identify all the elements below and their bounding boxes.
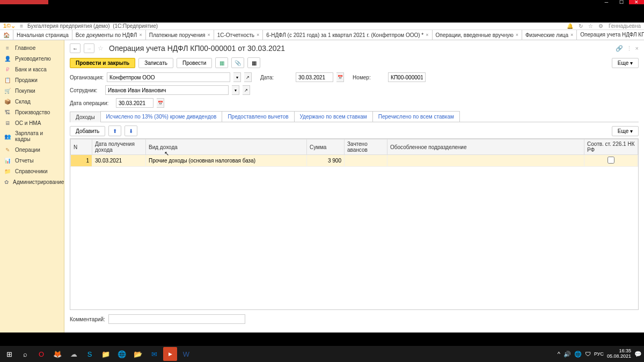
sidebar-item-catalogs[interactable]: 📁Справочники (0, 166, 64, 176)
post-and-close-button[interactable]: Провести и закрыть (70, 58, 135, 68)
table-more-button[interactable]: Еще ▾ (612, 126, 639, 136)
home-tab-icon[interactable]: 🏠 (0, 30, 13, 40)
volume-icon[interactable]: 🔊 (564, 351, 571, 358)
menu-icon[interactable]: ≡ (20, 23, 23, 29)
registers-icon[interactable]: ▦ (247, 57, 260, 68)
tab-payments[interactable]: Платежные поручения× (146, 30, 214, 40)
move-up-icon[interactable]: ⬆ (108, 125, 121, 136)
network-icon[interactable]: 🌐 (574, 351, 582, 358)
subtab-withheld[interactable]: Удержано по всем ставкам (294, 111, 373, 122)
cell-advance[interactable] (345, 155, 387, 167)
history-icon[interactable]: ↻ (579, 23, 583, 29)
dropdown-icon[interactable]: ▾ (233, 72, 241, 82)
subtab-transferred[interactable]: Перечислено по всем ставкам (372, 111, 460, 122)
employee-input[interactable] (105, 85, 229, 95)
comment-input[interactable] (108, 314, 245, 324)
favorite-icon[interactable]: ☆ (98, 45, 104, 52)
opdate-input[interactable] (116, 98, 153, 108)
calendar-icon[interactable]: 📅 (336, 72, 344, 82)
tab-persons[interactable]: Физические лица× (522, 30, 577, 40)
tab-ndfl-docs[interactable]: Все документы по НДФЛ× (72, 30, 146, 40)
number-input[interactable] (388, 72, 426, 82)
move-down-icon[interactable]: ⬇ (125, 125, 137, 136)
word-icon[interactable]: W (179, 347, 193, 361)
close-button[interactable]: ✕ (629, 0, 644, 4)
cell-division[interactable] (387, 155, 584, 167)
col-n[interactable]: N (71, 139, 92, 155)
tab-6ndfl[interactable]: 6-НДФЛ (с 2021 года) за 1 квартал 2021 г… (263, 30, 432, 40)
calendar-icon[interactable]: 📅 (157, 98, 164, 108)
col-advance[interactable]: Зачтено авансов (345, 139, 387, 155)
cell-date[interactable]: 30.03.2021 (92, 155, 146, 167)
notifications-icon[interactable]: 💬 (634, 351, 642, 358)
close-icon[interactable]: × (635, 45, 639, 52)
dropdown-icon[interactable]: ▾ (232, 85, 239, 95)
browser-tab[interactable] (0, 0, 48, 4)
cell-art226[interactable] (584, 155, 638, 167)
date-input[interactable] (296, 72, 333, 82)
cell-sum[interactable]: 3 900 (307, 155, 345, 167)
close-icon[interactable]: × (426, 32, 428, 38)
more-button[interactable]: Еще ▾ (612, 58, 639, 68)
sidebar-item-sales[interactable]: 📋Продажи (0, 75, 64, 85)
sidebar-item-production[interactable]: 🏗Производство (0, 107, 64, 117)
close-icon[interactable]: × (139, 32, 142, 38)
sidebar-item-purchases[interactable]: 🛒Покупки (0, 85, 64, 96)
open-icon[interactable]: ↗ (244, 72, 252, 82)
col-division[interactable]: Обособленное подразделение (387, 139, 584, 155)
table-row[interactable]: 1 30.03.2021 Прочие доходы (основная нал… (71, 155, 638, 167)
lang-indicator[interactable]: РУС (594, 351, 604, 357)
tab-home[interactable]: Начальная страница (13, 30, 72, 40)
col-type[interactable]: Вид дохода (146, 139, 307, 155)
save-button[interactable]: Записать (138, 58, 173, 68)
dt-kt-icon[interactable]: ▦ (215, 57, 228, 68)
sidebar-item-operations[interactable]: ✎Операции (0, 144, 64, 155)
add-button[interactable]: Добавить (70, 126, 105, 136)
bell-icon[interactable]: 🔔 (567, 23, 573, 29)
skype-icon[interactable]: S (83, 347, 97, 361)
search-icon[interactable]: ⌕ (18, 347, 32, 361)
more-icon[interactable]: ⋮ (626, 45, 632, 52)
outlook-icon[interactable]: ✉ (147, 347, 161, 361)
subtab-deductions[interactable]: Предоставлено вычетов (222, 111, 294, 122)
opera-icon[interactable]: O (34, 347, 48, 361)
user-label[interactable]: Геннадьевна (609, 23, 641, 29)
sidebar-item-bank[interactable]: ₽Банк и касса (0, 64, 64, 75)
sidebar-item-main[interactable]: ≡Главное (0, 42, 64, 53)
back-button[interactable]: ← (70, 43, 80, 53)
tab-reporting[interactable]: 1С-Отчетность× (214, 30, 264, 40)
subtab-income[interactable]: Доходы (70, 112, 101, 122)
clock[interactable]: 16:35 05.08.2021 (607, 349, 631, 359)
sidebar-item-admin[interactable]: ✿Администрирование (0, 176, 64, 187)
firefox-icon[interactable]: 🦊 (50, 347, 64, 361)
start-button[interactable]: ⊞ (2, 347, 16, 361)
forward-button[interactable]: → (84, 43, 94, 53)
cloud-icon[interactable]: ☁ (67, 347, 80, 361)
powerpoint-icon[interactable]: ▶ (163, 347, 177, 361)
income-table[interactable]: N Дата получения дохода Вид дохода Сумма… (70, 138, 639, 310)
close-icon[interactable]: × (516, 32, 518, 38)
tab-manual-ops[interactable]: Операции, введенные вручную× (433, 30, 522, 40)
settings-icon[interactable]: ⚙ (598, 23, 603, 29)
star-icon[interactable]: ☆ (588, 23, 593, 29)
cell-type[interactable]: Прочие доходы (основная налоговая база) (146, 155, 307, 167)
close-icon[interactable]: × (257, 32, 259, 38)
link-icon[interactable]: 🔗 (616, 45, 623, 52)
cell-n[interactable]: 1 (71, 155, 92, 167)
art226-checkbox[interactable] (608, 157, 614, 164)
col-art226[interactable]: Соотв. ст. 226.1 НК РФ (584, 139, 638, 155)
sidebar-item-reports[interactable]: 📊Отчеты (0, 155, 64, 166)
open-icon[interactable]: ↗ (243, 85, 250, 95)
sidebar-item-warehouse[interactable]: 📦Склад (0, 96, 64, 107)
explorer-icon[interactable]: 📁 (99, 347, 113, 361)
minimize-button[interactable]: ─ (599, 0, 614, 4)
subtab-calc13[interactable]: Исчислено по 13% (30%) кроме дивидендов (100, 111, 223, 122)
tab-operation[interactable]: Операция учета НДФЛ КП00-000001 от 30.03… (577, 30, 644, 40)
sidebar-item-salary[interactable]: 👥Зарплата и кадры (0, 128, 64, 144)
folder-icon[interactable]: 📂 (131, 347, 145, 361)
close-icon[interactable]: × (207, 32, 210, 38)
close-icon[interactable]: × (570, 32, 573, 38)
post-button[interactable]: Провести (177, 58, 212, 68)
attach-icon[interactable]: 📎 (231, 57, 244, 68)
defender-icon[interactable]: 🛡 (585, 351, 591, 357)
